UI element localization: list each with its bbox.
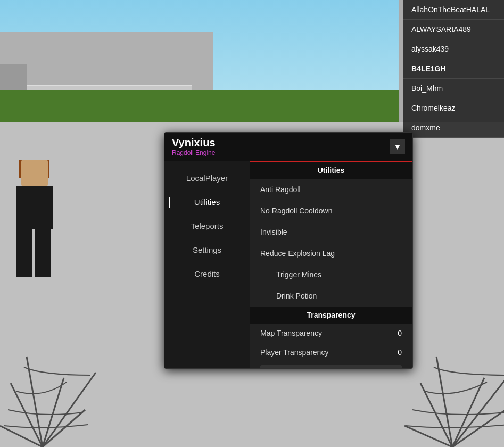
minimize-button[interactable]: ▼ — [390, 139, 405, 154]
map-transparency-label: Map Transparency — [260, 329, 322, 337]
toggle-label-no-ragdoll-cooldown: No Ragdoll Cooldown — [260, 206, 332, 215]
sidebar-item-settings[interactable]: Settings — [164, 238, 250, 262]
char-body — [16, 186, 53, 229]
toggle-label-trigger-mines: Trigger Mines — [276, 270, 321, 279]
toggle-label-anti-ragdoll: Anti Ragdoll — [260, 185, 301, 194]
player-item-4[interactable]: Boi_Mhm — [403, 79, 504, 98]
toggle-no-ragdoll-cooldown[interactable]: No Ragdoll Cooldown — [250, 200, 412, 221]
sidebar-nav: LocalPlayer Utilities Teleports Settings… — [164, 161, 250, 368]
gui-subtitle: Ragdoll Engine — [172, 149, 216, 156]
svg-line-11 — [452, 372, 504, 447]
player-transparency-label: Player Transparency — [260, 348, 328, 357]
toggle-reduce-explosion-lag[interactable]: Reduce Explosion Lag — [250, 243, 412, 264]
svg-line-0 — [11, 383, 43, 447]
char-head — [21, 160, 48, 186]
title-text: Vynixius Ragdoll Engine — [172, 137, 216, 156]
content-area: Utilities Anti Ragdoll No Ragdoll Cooldo… — [250, 161, 412, 368]
sidebar-item-credits[interactable]: Credits — [164, 262, 250, 286]
sidebar-item-utilities[interactable]: Utilities — [164, 190, 250, 214]
svg-line-5 — [43, 372, 96, 447]
toggle-invisible[interactable]: Invisible — [250, 221, 412, 243]
transparency-section-header: Transparency — [250, 307, 412, 324]
map-transparency-item[interactable]: Map Transparency 0 — [250, 324, 412, 343]
toggle-drink-potion[interactable]: Drink Potion — [250, 285, 412, 307]
svg-line-3 — [0, 426, 43, 447]
svg-line-1 — [43, 378, 64, 447]
toggle-label-drink-potion: Drink Potion — [276, 292, 317, 300]
toggle-label-reduce-explosion-lag: Reduce Explosion Lag — [260, 249, 335, 258]
player-item-0[interactable]: AllahOnTheBeatHALAL — [403, 0, 504, 20]
player-character — [0, 160, 69, 319]
player-item-3[interactable]: B4LE1GH — [403, 59, 504, 79]
sidebar-item-teleports[interactable]: Teleports — [164, 214, 250, 238]
svg-line-6 — [420, 383, 452, 447]
char-leg-right — [35, 229, 51, 277]
player-item-6[interactable]: domxme — [403, 118, 504, 138]
gui-title: Vynixius — [172, 137, 216, 149]
player-transparency-value: 0 — [391, 348, 402, 357]
set-map-transparency-button[interactable]: Set Map Transparency — [260, 365, 402, 368]
gui-panel: Vynixius Ragdoll Engine ▼ LocalPlayer Ut… — [164, 132, 413, 369]
utilities-section-header: Utilities — [250, 161, 412, 179]
player-item-2[interactable]: alyssak439 — [403, 39, 504, 59]
panel-body: LocalPlayer Utilities Teleports Settings… — [164, 161, 412, 368]
player-item-5[interactable]: Chromelkeaz — [403, 98, 504, 118]
sidebar-item-localplayer[interactable]: LocalPlayer — [164, 166, 250, 190]
map-transparency-value: 0 — [391, 329, 402, 337]
svg-line-9 — [404, 426, 452, 447]
toggle-anti-ragdoll[interactable]: Anti Ragdoll — [250, 179, 412, 200]
title-bar: Vynixius Ragdoll Engine ▼ — [164, 133, 412, 161]
player-transparency-item[interactable]: Player Transparency 0 — [250, 343, 412, 362]
toggle-label-invisible: Invisible — [260, 228, 287, 236]
player-item-1[interactable]: ALWAYSARIA489 — [403, 20, 504, 39]
toggle-trigger-mines[interactable]: Trigger Mines — [250, 264, 412, 285]
char-leg-left — [16, 229, 32, 277]
player-list: AllahOnTheBeatHALAL ALWAYSARIA489 alyssa… — [403, 0, 504, 138]
